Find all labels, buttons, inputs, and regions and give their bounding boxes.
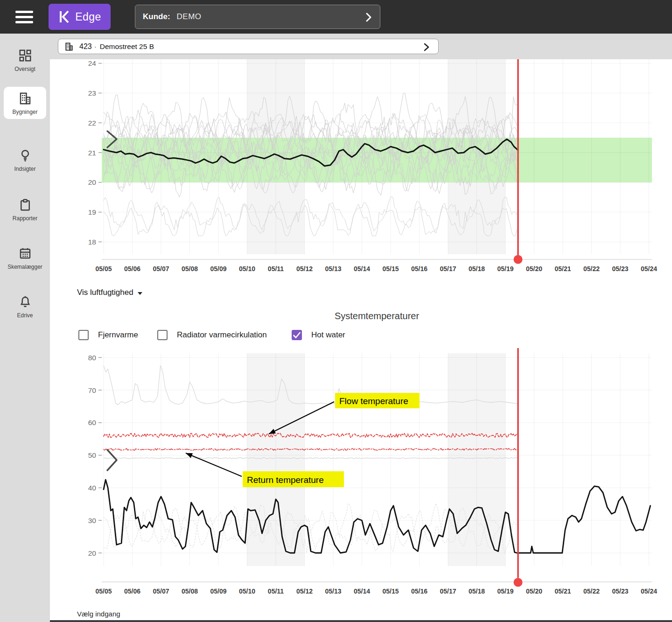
x-tick-label: 05/08	[182, 265, 198, 273]
x-tick-label: 05/20	[526, 587, 542, 595]
x-tick-label: 05/15	[382, 265, 399, 273]
x-tick-label: 05/13	[325, 587, 341, 595]
chart-prev-chevron-icon[interactable]	[107, 450, 117, 470]
checkbox-box[interactable]	[78, 330, 89, 340]
y-tick-label: 24	[88, 59, 97, 67]
y-tick-label: 20	[88, 549, 97, 557]
sidebar-item-skemalaegger[interactable]: Skemalægger	[4, 242, 46, 274]
x-tick-label: 05/15	[382, 587, 399, 595]
clipboard-icon	[18, 198, 32, 212]
topbar: Edge Kunde: DEMO	[0, 0, 672, 34]
entrance-select-label: Vælg indgang	[77, 610, 120, 618]
app-root: Edge Kunde: DEMO Oversigt	[0, 0, 672, 622]
customer-selector[interactable]: Kunde: DEMO	[135, 5, 380, 29]
lightbulb-icon	[18, 148, 32, 162]
y-tick-label: 60	[88, 419, 97, 426]
logo-k-icon	[58, 10, 71, 24]
sidebar-item-indsigter[interactable]: Indsigter	[4, 144, 46, 176]
x-tick-label: 05/21	[554, 587, 571, 595]
x-tick-label: 05/07	[153, 587, 169, 595]
y-tick-label: 23	[88, 89, 96, 97]
y-tick-label: 19	[88, 208, 96, 216]
y-tick-label: 30	[88, 517, 97, 524]
y-tick-label: 40	[88, 484, 97, 492]
y-tick-label: 50	[88, 451, 97, 459]
calendar-icon	[18, 246, 32, 260]
menu-hamburger-icon[interactable]	[15, 11, 33, 23]
x-tick-label: 05/09	[210, 265, 226, 273]
x-tick-label: 05/17	[440, 587, 456, 595]
x-tick-label: 05/23	[612, 587, 628, 595]
bottom-divider	[50, 620, 672, 622]
y-tick-label: 80	[88, 354, 97, 362]
x-tick-label: 05/11	[268, 587, 284, 595]
x-tick-label: 05/06	[124, 587, 140, 595]
time-cursor-handle[interactable]	[514, 578, 523, 587]
indoor-temperature-chart[interactable]: 1819202122232405/0505/0605/0705/0805/090…	[50, 54, 672, 281]
x-tick-label: 05/14	[354, 265, 370, 273]
x-tick-label: 05/09	[210, 587, 226, 595]
sidebar-item-edrive[interactable]: Edrive	[4, 290, 46, 322]
chevron-right-icon	[365, 12, 372, 22]
y-tick-label: 20	[88, 178, 97, 186]
x-tick-label: 05/12	[296, 265, 313, 273]
dashboard-icon	[18, 49, 32, 63]
checkbox-box[interactable]	[292, 330, 302, 340]
building-name: Demostreet 25 B	[100, 42, 154, 51]
x-tick-label: 05/06	[124, 265, 140, 273]
x-tick-label: 05/10	[239, 265, 255, 273]
x-tick-label: 05/05	[95, 265, 112, 273]
x-tick-label: 05/17	[440, 265, 456, 273]
checkbox-hot-water[interactable]: Hot water	[292, 330, 345, 340]
customer-value: DEMO	[177, 12, 202, 21]
checkbox-radiator[interactable]: Radiator varmecirkulation	[157, 330, 267, 340]
system-temperatures-chart[interactable]: 2030405060708005/0505/0605/0705/0805/090…	[50, 344, 672, 600]
logo-text: Edge	[75, 11, 101, 23]
checkbox-label: Fjernvarme	[98, 330, 138, 340]
sidebar-item-label: Bygninger	[4, 109, 46, 115]
sidebar-item-label: Skemalægger	[4, 264, 46, 270]
time-cursor-handle[interactable]	[514, 255, 523, 264]
humidity-toggle[interactable]: Vis luftfugtighed	[77, 288, 142, 297]
x-tick-label: 05/23	[612, 265, 628, 273]
x-tick-label: 05/08	[182, 587, 198, 595]
series-hot-water	[104, 480, 651, 553]
app-logo[interactable]: Edge	[49, 4, 111, 30]
x-tick-label: 05/18	[469, 265, 485, 273]
x-tick-label: 05/16	[411, 265, 427, 273]
bell-icon	[18, 295, 32, 309]
building-number: 423	[79, 42, 92, 51]
x-tick-label: 05/07	[153, 265, 169, 273]
x-tick-label: 05/22	[583, 265, 600, 273]
checkbox-box[interactable]	[157, 330, 168, 340]
x-tick-label: 05/05	[95, 587, 112, 595]
sidebar-item-bygninger[interactable]: Bygninger	[4, 87, 46, 119]
y-tick-label: 70	[88, 386, 97, 394]
x-tick-label: 05/16	[411, 587, 427, 595]
x-tick-label: 05/13	[325, 265, 341, 273]
sidebar-item-label: Rapporter	[4, 215, 46, 222]
x-tick-label: 05/24	[641, 265, 657, 273]
sidebar-item-oversigt[interactable]: Oversigt	[4, 44, 46, 76]
sidebar-item-label: Oversigt	[4, 66, 46, 72]
building-icon	[18, 91, 32, 105]
humidity-label: Vis luftfugtighed	[77, 288, 133, 297]
checkbox-fjernvarme[interactable]: Fjernvarme	[78, 330, 138, 340]
y-tick-label: 18	[88, 238, 96, 246]
x-tick-label: 05/12	[296, 587, 313, 595]
flow-annotation-label: Flow temperature	[339, 396, 408, 406]
x-tick-label: 05/19	[497, 265, 513, 273]
x-tick-label: 05/18	[469, 587, 485, 595]
x-tick-label: 05/22	[583, 587, 600, 595]
x-tick-label: 05/14	[354, 587, 370, 595]
building-selector[interactable]: 423 · Demostreet 25 B	[58, 39, 439, 54]
sidebar-item-label: Edrive	[4, 312, 46, 319]
x-tick-label: 05/11	[268, 265, 284, 273]
y-tick-label: 21	[88, 149, 96, 157]
x-tick-label: 05/21	[554, 265, 571, 273]
sidebar-item-rapporter[interactable]: Rapporter	[4, 193, 46, 225]
sidebar: Oversigt Bygninger Indsigter	[0, 34, 50, 622]
y-tick-label: 22	[88, 119, 96, 127]
customer-label: Kunde:	[143, 12, 170, 21]
x-tick-label: 05/24	[641, 587, 657, 595]
